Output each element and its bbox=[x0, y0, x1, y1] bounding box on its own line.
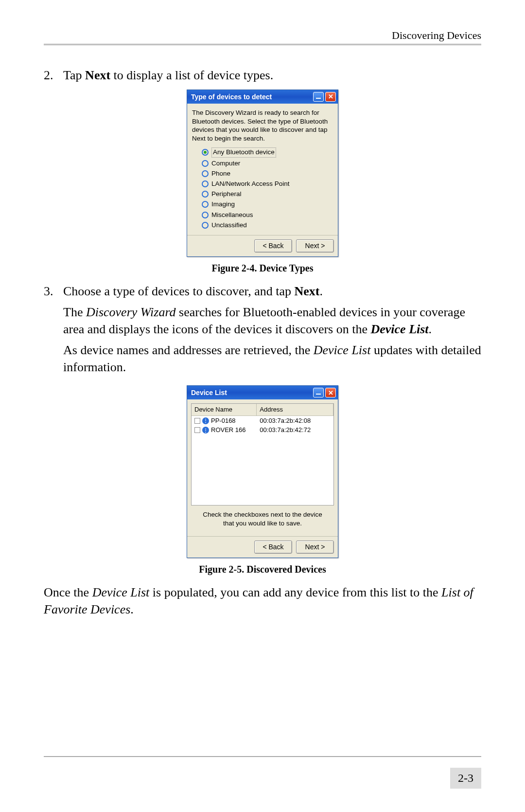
radio-icon bbox=[202, 170, 209, 177]
radio-label: LAN/Network Access Point bbox=[211, 180, 290, 188]
step-2-number: 2. bbox=[44, 67, 63, 84]
page-number: 2-3 bbox=[450, 768, 481, 789]
col-address[interactable]: Address bbox=[257, 404, 333, 415]
radio-option[interactable]: Any Bluetooth device bbox=[202, 147, 333, 157]
radio-icon bbox=[202, 222, 209, 229]
col-device-name[interactable]: Device Name bbox=[192, 404, 257, 415]
device-name-cell: ROVER 166 bbox=[210, 426, 257, 434]
radio-label: Computer bbox=[211, 159, 240, 168]
closing-a: Once the bbox=[44, 585, 92, 599]
minimize-button[interactable] bbox=[313, 92, 324, 102]
step-3-line1-a: Choose a type of devices to discover, an… bbox=[63, 284, 295, 298]
close-button[interactable]: ✕ bbox=[325, 92, 336, 102]
radio-option[interactable]: Miscellaneous bbox=[202, 211, 333, 219]
dialog2-title: Device List bbox=[191, 388, 313, 397]
step-2-text-a: Tap bbox=[63, 68, 85, 82]
closing-c: . bbox=[130, 602, 134, 616]
step3-p2-bi: Device List bbox=[370, 322, 428, 336]
device-row[interactable]: ⋮PP-016800:03:7a:2b:42:08 bbox=[192, 416, 333, 426]
radio-option[interactable]: LAN/Network Access Point bbox=[202, 180, 333, 188]
radio-icon bbox=[202, 160, 209, 167]
device-address-cell: 00:03:7a:2b:42:72 bbox=[257, 426, 333, 434]
back-button[interactable]: < Back bbox=[254, 541, 292, 554]
next-button[interactable]: Next > bbox=[296, 541, 334, 554]
step-2-bold: Next bbox=[85, 68, 110, 82]
radio-option[interactable]: Peripheral bbox=[202, 190, 333, 198]
device-list-table: Device Name Address ⋮PP-016800:03:7a:2b:… bbox=[191, 403, 334, 505]
device-types-dialog: Type of devices to detect ✕ The Discover… bbox=[187, 90, 338, 257]
step3-p2-i1: Discovery Wizard bbox=[86, 305, 176, 319]
radio-label: Miscellaneous bbox=[211, 211, 253, 219]
step-3-line1-b: . bbox=[319, 284, 323, 298]
step-2-text-b: to display a list of device types. bbox=[110, 68, 273, 82]
dialog2-titlebar: Device List ✕ bbox=[187, 386, 338, 399]
radio-option[interactable]: Imaging bbox=[202, 200, 333, 209]
device-list-hint: Check the checkboxes next to the device … bbox=[191, 505, 334, 532]
step3-p3-a: As device names and addresses are retrie… bbox=[63, 343, 314, 357]
device-checkbox[interactable] bbox=[194, 418, 200, 424]
radio-label: Any Bluetooth device bbox=[211, 147, 276, 157]
next-button[interactable]: Next > bbox=[296, 239, 334, 253]
device-address-cell: 00:03:7a:2b:42:08 bbox=[257, 416, 333, 425]
section-title: Discovering Devices bbox=[392, 29, 481, 41]
device-name-cell: PP-0168 bbox=[210, 416, 257, 425]
radio-label: Phone bbox=[211, 169, 230, 178]
step-3-number: 3. bbox=[44, 283, 63, 379]
minimize-button[interactable] bbox=[313, 388, 324, 397]
radio-icon bbox=[202, 212, 209, 218]
close-button[interactable]: ✕ bbox=[325, 388, 336, 397]
dialog1-title: Type of devices to detect bbox=[191, 92, 313, 102]
dialog1-instructions: The Discovery Wizard is ready to search … bbox=[192, 108, 333, 143]
bluetooth-icon: ⋮ bbox=[202, 427, 209, 433]
radio-icon bbox=[202, 201, 209, 208]
radio-label: Imaging bbox=[211, 200, 235, 209]
radio-icon bbox=[202, 149, 209, 156]
device-list-dialog: Device List ✕ Device Name Address ⋮PP-01… bbox=[187, 385, 338, 558]
dialog1-titlebar: Type of devices to detect ✕ bbox=[187, 90, 338, 104]
step3-p2-c: . bbox=[429, 322, 432, 336]
closing-b: is populated, you can add any device fro… bbox=[149, 585, 441, 599]
device-row[interactable]: ⋮ROVER 16600:03:7a:2b:42:72 bbox=[192, 425, 333, 435]
bluetooth-icon: ⋮ bbox=[202, 417, 209, 424]
figure-2-5-caption: Figure 2-5. Discovered Devices bbox=[44, 563, 481, 576]
figure-2-4-caption: Figure 2-4. Device Types bbox=[44, 262, 481, 275]
step-3: 3. Choose a type of devices to discover,… bbox=[44, 283, 481, 379]
radio-option[interactable]: Unclassified bbox=[202, 221, 333, 230]
header-rule bbox=[44, 44, 481, 46]
step3-p2-a: The bbox=[63, 305, 86, 319]
closing-i1: Device List bbox=[92, 585, 150, 599]
radio-icon bbox=[202, 191, 209, 198]
radio-label: Unclassified bbox=[211, 221, 247, 230]
radio-icon bbox=[202, 180, 209, 187]
closing-paragraph: Once the Device List is populated, you c… bbox=[44, 584, 481, 618]
device-type-radio-group: Any Bluetooth deviceComputerPhoneLAN/Net… bbox=[192, 147, 333, 230]
radio-label: Peripheral bbox=[211, 190, 242, 198]
radio-option[interactable]: Phone bbox=[202, 169, 333, 178]
device-checkbox[interactable] bbox=[194, 427, 200, 433]
back-button[interactable]: < Back bbox=[254, 239, 292, 253]
step-3-line1-bold: Next bbox=[295, 284, 320, 298]
step-2: 2. Tap Next to display a list of device … bbox=[44, 67, 481, 84]
radio-option[interactable]: Computer bbox=[202, 159, 333, 168]
step3-p3-i: Device List bbox=[314, 343, 371, 357]
footer-rule bbox=[44, 756, 481, 757]
